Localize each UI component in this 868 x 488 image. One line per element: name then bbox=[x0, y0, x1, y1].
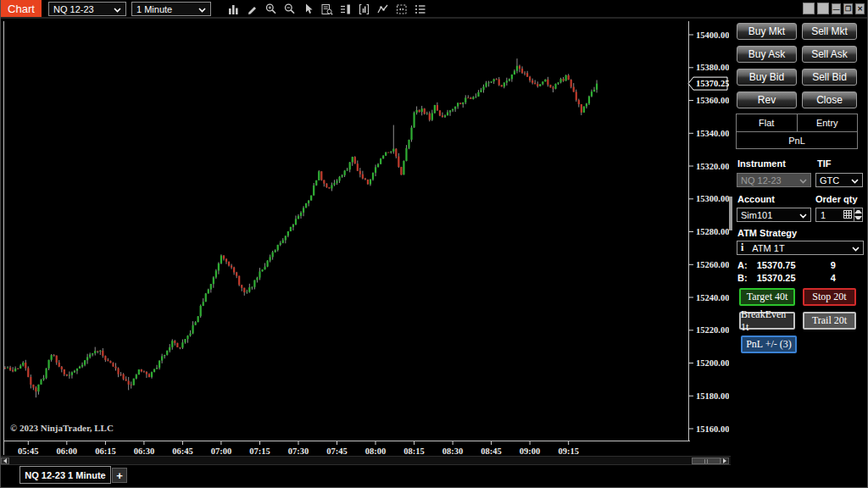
instrument-dropdown-value: NQ 12-23 bbox=[53, 4, 111, 14]
atm-strategy-label: ATM Strategy bbox=[737, 228, 797, 238]
tif-select[interactable]: GTC bbox=[815, 173, 863, 187]
svg-text:15240.00: 15240.00 bbox=[696, 293, 729, 302]
interval-dropdown[interactable]: 1 Minute bbox=[131, 2, 211, 16]
plot-border bbox=[3, 21, 690, 455]
pnl-adjust-button[interactable]: PnL +/- (3) bbox=[741, 336, 797, 353]
svg-text:15220.00: 15220.00 bbox=[696, 325, 729, 335]
minimize-button[interactable]: — bbox=[832, 3, 841, 14]
tab-bar: NQ 12-23 1 Minute + bbox=[0, 466, 868, 485]
chevron-down-icon bbox=[114, 4, 121, 14]
drawing-tools-icon[interactable] bbox=[246, 3, 259, 16]
panel-splitter[interactable] bbox=[729, 21, 732, 464]
sell-ask-button[interactable]: Sell Ask bbox=[802, 46, 857, 63]
close-button[interactable]: ✕ bbox=[855, 3, 865, 14]
cursor-icon[interactable] bbox=[302, 3, 314, 16]
titlebar: Chart NQ 12-23 1 Minute — ❐ ✕ bbox=[0, 0, 868, 19]
ask-size: 9 bbox=[831, 260, 836, 270]
flat-tab[interactable]: Flat bbox=[737, 114, 798, 131]
buy-bid-button[interactable]: Buy Bid bbox=[737, 69, 797, 86]
tif-label: TIF bbox=[817, 158, 832, 169]
tif-value: GTC bbox=[820, 175, 849, 186]
instrument-label: Instrument bbox=[737, 158, 786, 169]
chart-sheet-tab[interactable]: NQ 12-23 1 Minute bbox=[19, 466, 111, 484]
data-box-icon[interactable] bbox=[320, 3, 333, 16]
trader-instrument-value: NQ 12-23 bbox=[741, 175, 797, 186]
svg-text:06:00: 06:00 bbox=[57, 446, 78, 456]
account-value: Sim101 bbox=[741, 210, 797, 220]
last-price-marker: 15370.25 bbox=[688, 77, 729, 90]
auto-scale-icon[interactable] bbox=[358, 3, 370, 16]
zoom-in-icon[interactable] bbox=[264, 3, 277, 16]
buy-mkt-button[interactable]: Buy Mkt bbox=[737, 23, 797, 40]
svg-text:09:15: 09:15 bbox=[558, 446, 579, 456]
chevron-down-icon bbox=[852, 243, 860, 253]
pnl-tab[interactable]: PnL bbox=[737, 131, 857, 148]
snap-mode-icon[interactable] bbox=[339, 3, 352, 16]
entry-tab[interactable]: Entry bbox=[798, 114, 858, 131]
horizontal-scrollbar[interactable] bbox=[0, 456, 731, 465]
atm-strategy-value: ATM 1T bbox=[752, 243, 849, 253]
svg-text:15400.00: 15400.00 bbox=[696, 30, 729, 40]
instrument-dropdown[interactable]: NQ 12-23 bbox=[48, 2, 126, 16]
account-label: Account bbox=[737, 194, 775, 204]
trader-instrument-select[interactable]: NQ 12-23 bbox=[737, 173, 811, 187]
qty-increment-button[interactable] bbox=[854, 208, 862, 215]
scroll-right-button[interactable] bbox=[721, 458, 729, 464]
qty-decrement-button[interactable] bbox=[854, 215, 862, 222]
close-position-button[interactable]: Close bbox=[802, 92, 857, 108]
svg-text:15200.00: 15200.00 bbox=[696, 358, 729, 368]
sell-bid-button[interactable]: Sell Bid bbox=[802, 69, 857, 86]
interval-dropdown-value: 1 Minute bbox=[136, 4, 196, 14]
arrow-right-icon bbox=[723, 458, 726, 463]
toolbar-icons bbox=[227, 3, 426, 16]
ninjatrader-chart-window: Chart NQ 12-23 1 Minute — ❐ ✕ 15160.0015… bbox=[0, 0, 868, 488]
svg-text:07:15: 07:15 bbox=[249, 446, 270, 456]
svg-text:15160.00: 15160.00 bbox=[696, 424, 729, 434]
ask-price: 15370.75 bbox=[757, 260, 796, 270]
chart-menu-tab[interactable]: Chart bbox=[1, 0, 42, 17]
scroll-left-button[interactable] bbox=[1, 458, 9, 464]
add-tab-button[interactable]: + bbox=[112, 468, 127, 483]
display-selector: Flat Entry PnL bbox=[736, 114, 858, 149]
price-axis[interactable]: 15160.0015180.0015200.0015220.0015240.00… bbox=[688, 30, 729, 434]
info-icon[interactable]: i bbox=[741, 241, 743, 254]
order-qty-label: Order qty bbox=[815, 194, 858, 204]
svg-text:08:30: 08:30 bbox=[442, 446, 464, 456]
bid-price: 15370.25 bbox=[757, 273, 796, 283]
region-select-icon[interactable] bbox=[395, 3, 408, 16]
buy-ask-button[interactable]: Buy Ask bbox=[737, 46, 797, 63]
account-select[interactable]: Sim101 bbox=[737, 208, 811, 222]
sell-mkt-button[interactable]: Sell Mkt bbox=[802, 23, 857, 40]
restore-button[interactable]: ❐ bbox=[843, 3, 853, 14]
zoom-out-icon[interactable] bbox=[283, 3, 296, 16]
calculator-icon[interactable] bbox=[843, 210, 852, 220]
svg-text:15180.00: 15180.00 bbox=[696, 391, 729, 401]
ask-letter: A: bbox=[737, 260, 748, 270]
indicators-icon[interactable] bbox=[376, 3, 389, 16]
svg-text:15320.00: 15320.00 bbox=[696, 162, 729, 171]
chevron-down-icon bbox=[799, 210, 807, 220]
atm-strategy-select[interactable]: i ATM 1T bbox=[737, 241, 864, 255]
window-controls: — ❐ ✕ bbox=[803, 3, 865, 14]
svg-text:05:45: 05:45 bbox=[18, 446, 39, 456]
properties-icon[interactable] bbox=[414, 3, 426, 16]
thumb-grip-icon bbox=[707, 459, 708, 463]
titlebar-square-button-2[interactable] bbox=[817, 3, 829, 14]
reverse-button[interactable]: Rev bbox=[737, 92, 797, 108]
stop-button[interactable]: Stop 20t bbox=[803, 288, 856, 306]
svg-text:06:15: 06:15 bbox=[95, 446, 116, 456]
chart-style-icon[interactable] bbox=[227, 3, 240, 16]
trail-button[interactable]: Trail 20t bbox=[803, 312, 856, 330]
titlebar-square-button-1[interactable] bbox=[803, 3, 815, 14]
target-button[interactable]: Target 40t bbox=[739, 288, 795, 306]
svg-text:07:00: 07:00 bbox=[211, 446, 232, 456]
scrollbar-thumb[interactable] bbox=[692, 458, 721, 464]
breakeven-button[interactable]: BreakEven 1t bbox=[739, 312, 795, 330]
time-axis[interactable]: 05:4506:0006:1506:3006:4507:0007:1507:30… bbox=[18, 441, 579, 456]
svg-text:15380.00: 15380.00 bbox=[696, 63, 729, 72]
arrow-left-icon bbox=[3, 458, 7, 463]
svg-text:15360.00: 15360.00 bbox=[696, 96, 729, 105]
svg-text:08:00: 08:00 bbox=[365, 446, 387, 456]
order-qty-stepper[interactable]: 1 bbox=[815, 208, 863, 222]
svg-text:06:45: 06:45 bbox=[172, 446, 193, 456]
